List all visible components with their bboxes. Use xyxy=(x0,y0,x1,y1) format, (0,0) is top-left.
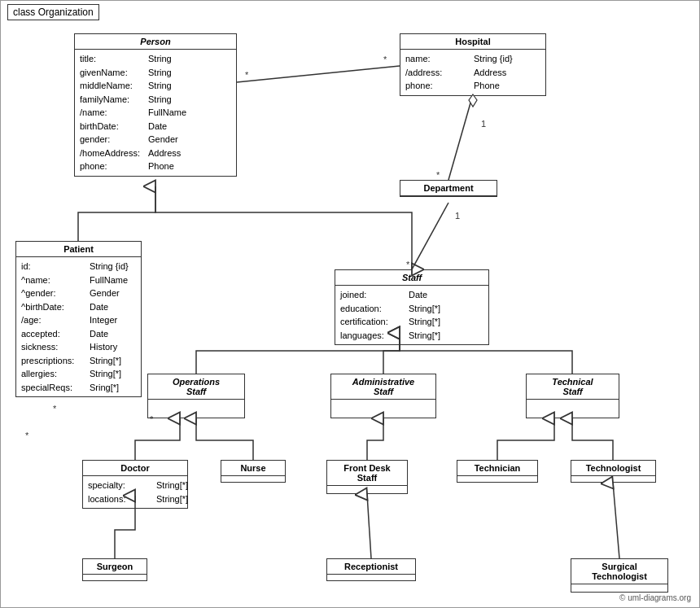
class-surgical-technologist-name: Surgical Technologist xyxy=(571,559,667,584)
diagram-container: class Organization Person title:String g… xyxy=(0,0,700,608)
class-front-desk: Front Desk Staff xyxy=(326,460,408,494)
class-nurse-name: Nurse xyxy=(221,461,285,476)
class-nurse: Nurse xyxy=(221,460,286,483)
class-receptionist-name: Receptionist xyxy=(327,559,415,575)
svg-line-8 xyxy=(412,203,448,269)
class-hospital-attrs: name:String {id} /address:Address phone:… xyxy=(400,50,545,95)
class-technician: Technician xyxy=(457,460,538,483)
class-staff-name: Staff xyxy=(335,270,488,286)
svg-text:1: 1 xyxy=(455,211,460,221)
class-surgeon-name: Surgeon xyxy=(83,559,147,575)
class-staff-attrs: joined:Date education:String[*] certific… xyxy=(335,286,488,344)
class-surgeon: Surgeon xyxy=(82,558,147,581)
svg-text:*: * xyxy=(245,70,249,80)
class-receptionist: Receptionist xyxy=(326,558,416,581)
class-technologist: Technologist xyxy=(571,460,656,483)
class-department: Department xyxy=(400,180,497,197)
class-technician-name: Technician xyxy=(457,461,537,476)
svg-text:*: * xyxy=(53,404,57,413)
class-department-name: Department xyxy=(400,181,497,196)
svg-line-16 xyxy=(613,483,619,558)
svg-text:*: * xyxy=(406,260,410,269)
class-doctor-attrs: specialty:String[*] locations:String[*] xyxy=(83,476,187,508)
class-front-desk-name: Front Desk Staff xyxy=(327,461,407,486)
class-surgical-technologist: Surgical Technologist xyxy=(571,558,668,593)
svg-line-4 xyxy=(448,94,473,180)
copyright: © uml-diagrams.org xyxy=(619,593,691,602)
svg-line-15 xyxy=(367,494,371,558)
class-staff: Staff joined:Date education:String[*] ce… xyxy=(335,269,489,345)
class-person-name: Person xyxy=(75,34,236,50)
class-patient: Patient id:String {id} ^name:FullName ^g… xyxy=(15,241,142,397)
class-admin-staff-name: Administrative Staff xyxy=(331,374,435,400)
class-operations-staff: Operations Staff xyxy=(147,374,245,418)
class-person-attrs: title:String givenName:String middleName… xyxy=(75,50,236,176)
svg-text:*: * xyxy=(383,55,387,64)
class-technical-staff: Technical Staff xyxy=(526,374,619,418)
class-technical-staff-name: Technical Staff xyxy=(527,374,619,400)
svg-text:*: * xyxy=(436,170,440,180)
class-patient-name: Patient xyxy=(16,242,141,257)
class-hospital: Hospital name:String {id} /address:Addre… xyxy=(400,33,546,96)
class-hospital-name: Hospital xyxy=(400,34,545,50)
class-operations-staff-name: Operations Staff xyxy=(148,374,244,400)
diagram-title: class Organization xyxy=(7,4,99,20)
class-doctor-name: Doctor xyxy=(83,461,187,476)
class-admin-staff: Administrative Staff xyxy=(330,374,436,418)
svg-text:1: 1 xyxy=(481,119,486,129)
svg-line-11 xyxy=(237,66,400,82)
class-technologist-name: Technologist xyxy=(571,461,655,476)
svg-text:*: * xyxy=(25,431,29,440)
class-patient-attrs: id:String {id} ^name:FullName ^gender:Ge… xyxy=(16,257,141,396)
class-doctor: Doctor specialty:String[*] locations:Str… xyxy=(82,460,188,509)
svg-marker-5 xyxy=(469,94,477,107)
class-person: Person title:String givenName:String mid… xyxy=(74,33,237,177)
